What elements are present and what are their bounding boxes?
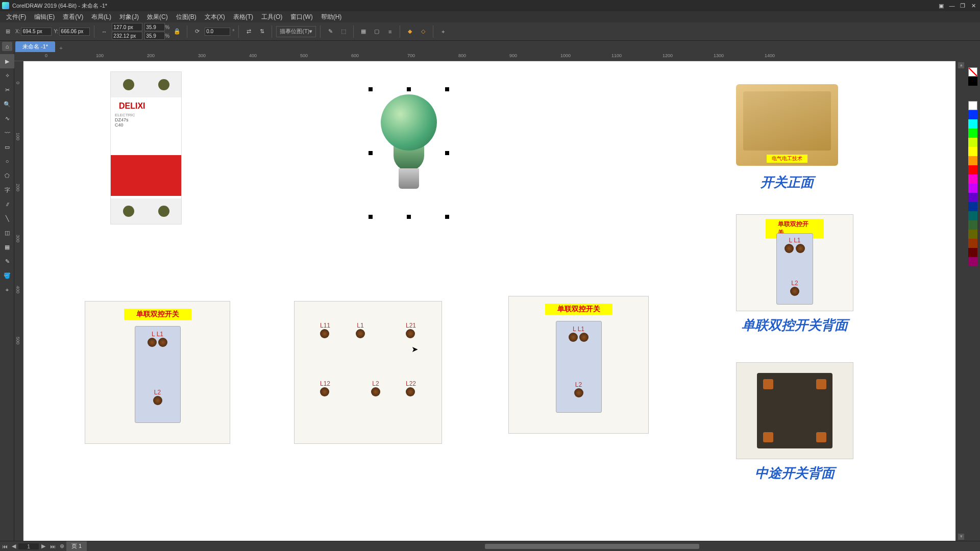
maximize-button[interactable]: ❐: [958, 2, 967, 9]
menu-window[interactable]: 窗口(W): [286, 13, 316, 21]
color-swatch[interactable]: [968, 184, 977, 193]
color-swatch[interactable]: [968, 138, 977, 147]
scale-y-input[interactable]: [144, 32, 165, 40]
order-back-icon[interactable]: ◇: [418, 26, 429, 37]
first-page-button[interactable]: ⏮: [0, 543, 9, 549]
scale-x-input[interactable]: [144, 23, 165, 31]
align-icon[interactable]: ▦: [358, 26, 369, 37]
bulb-graphic[interactable]: [371, 89, 447, 189]
transparency-tool[interactable]: ▦: [0, 240, 14, 254]
work-area: ▶ ✧ ✂ 🔍 ∿ 〰 ▭ ○ ⬠ 字 ⫽ ╲ ◫ ▦ ✎ 🪣 + 0 100 …: [0, 52, 980, 541]
vertical-scrollbar[interactable]: ▴ ▾: [957, 61, 966, 541]
property-bar: ⊞ X: Y: ↔ % % 🔒 ⟳ ° ⇄ ⇅ 描摹位图(T) ▾ ✎ ⬚ ▦ …: [0, 22, 980, 41]
dropshadow-tool[interactable]: ◫: [0, 226, 14, 240]
crop-icon[interactable]: ⬚: [338, 26, 349, 37]
color-swatch[interactable]: [968, 77, 977, 86]
page-num[interactable]: 1: [18, 543, 39, 549]
crop-tool[interactable]: ✂: [0, 83, 14, 97]
trace-bitmap-dropdown[interactable]: 描摹位图(T) ▾: [276, 26, 316, 37]
color-swatch[interactable]: [968, 202, 977, 211]
color-swatch[interactable]: [968, 193, 977, 202]
new-tab-button[interactable]: +: [55, 44, 66, 52]
canvas[interactable]: DELIXI ELECTRIC DZ47s C40 电气电工技术 开关正面: [23, 61, 955, 541]
selection-handles[interactable]: [371, 89, 447, 217]
height-input[interactable]: [112, 32, 142, 40]
x-input[interactable]: [21, 28, 52, 36]
menu-file[interactable]: 文件(F): [2, 13, 30, 21]
minimize-button[interactable]: —: [947, 2, 957, 9]
color-swatch[interactable]: [968, 230, 977, 239]
menu-edit[interactable]: 编辑(E): [30, 13, 59, 21]
cursor-icon: ➤: [411, 344, 418, 354]
prev-page-button[interactable]: ◀: [9, 543, 18, 549]
color-swatch[interactable]: [968, 156, 977, 165]
menu-layout[interactable]: 布局(L): [87, 13, 115, 21]
menu-text[interactable]: 文本(X): [201, 13, 229, 21]
rectangle-tool[interactable]: ▭: [0, 140, 14, 154]
menu-table[interactable]: 表格(T): [229, 13, 257, 21]
double-switch[interactable]: L11 L1 L21 L12 L2 L22: [294, 301, 442, 444]
fill-tool[interactable]: 🪣: [0, 268, 14, 283]
zoom-tool[interactable]: 🔍: [0, 97, 14, 111]
single-switch-2[interactable]: 单联双控开关 L L1 L2: [508, 296, 649, 434]
add-icon[interactable]: +: [437, 26, 449, 37]
page-navigator: ⏮ ◀ 1 ▶ ⏭ ⊕ 页 1: [0, 541, 980, 551]
menu-tools[interactable]: 工具(O): [257, 13, 286, 21]
color-swatch[interactable]: [968, 220, 977, 230]
color-swatch[interactable]: [968, 129, 977, 138]
connector-tool[interactable]: ╲: [0, 211, 14, 226]
y-input[interactable]: [59, 28, 90, 36]
horizontal-scrollbar[interactable]: [87, 543, 980, 550]
color-swatch[interactable]: [968, 211, 977, 220]
help-icon[interactable]: ▣: [937, 2, 946, 9]
menu-view[interactable]: 查看(V): [59, 13, 87, 21]
width-input[interactable]: [112, 23, 142, 31]
position-icon: ⊞: [2, 26, 13, 37]
menu-object[interactable]: 对象(J): [115, 13, 143, 21]
color-swatch[interactable]: [968, 147, 977, 156]
align2-icon[interactable]: ▢: [371, 26, 382, 37]
single-switch-right[interactable]: 单联双控开关 L L1 L2: [736, 214, 853, 311]
freehand-tool[interactable]: ∿: [0, 111, 14, 126]
color-swatch[interactable]: [968, 101, 977, 110]
color-swatch[interactable]: [968, 257, 977, 266]
menu-effect[interactable]: 效果(C): [143, 13, 172, 21]
polygon-tool[interactable]: ⬠: [0, 168, 14, 183]
add-page-button[interactable]: ⊕: [57, 543, 66, 549]
circuit-breaker-graphic[interactable]: DELIXI ELECTRIC DZ47s C40: [110, 71, 182, 224]
color-swatch[interactable]: [968, 110, 977, 119]
size-icon: ↔: [99, 26, 110, 37]
text-tool[interactable]: 字: [0, 183, 14, 197]
edit-bitmap-icon[interactable]: ✎: [325, 26, 336, 37]
single-switch-1[interactable]: 单联双控开关 L L1 L2: [85, 301, 230, 444]
home-tab-icon[interactable]: ⌂: [2, 42, 12, 51]
last-page-button[interactable]: ⏭: [48, 543, 57, 549]
color-swatch[interactable]: [968, 165, 977, 174]
color-swatch[interactable]: [968, 174, 977, 184]
color-swatch[interactable]: [968, 248, 977, 257]
intermediate-switch[interactable]: [736, 362, 853, 459]
ellipse-tool[interactable]: ○: [0, 154, 14, 168]
no-color-swatch[interactable]: [968, 67, 977, 77]
lock-ratio-icon[interactable]: 🔒: [172, 26, 183, 37]
rotation-input[interactable]: [205, 28, 230, 36]
menu-bitmap[interactable]: 位图(B): [172, 13, 201, 21]
pick-tool[interactable]: ▶: [0, 54, 14, 68]
color-swatch[interactable]: [968, 119, 977, 129]
mirror-v-icon[interactable]: ⇅: [256, 26, 267, 37]
document-tab[interactable]: 未命名 -1*: [15, 41, 55, 52]
parallel-tool[interactable]: ⫽: [0, 197, 14, 211]
shape-tool[interactable]: ✧: [0, 68, 14, 83]
next-page-button[interactable]: ▶: [39, 543, 48, 549]
expand-tool[interactable]: +: [0, 283, 14, 297]
mirror-h-icon[interactable]: ⇄: [243, 26, 254, 37]
order-front-icon[interactable]: ◆: [404, 26, 415, 37]
close-button[interactable]: ✕: [969, 2, 978, 9]
menu-help[interactable]: 帮助(H): [317, 13, 346, 21]
color-swatch[interactable]: [968, 239, 977, 248]
page-tab[interactable]: 页 1: [66, 541, 87, 551]
artistic-tool[interactable]: 〰: [0, 126, 14, 140]
align3-icon[interactable]: ≡: [384, 26, 396, 37]
eyedropper-tool[interactable]: ✎: [0, 254, 14, 268]
gold-switch-front[interactable]: 电气电工技术: [736, 84, 838, 166]
